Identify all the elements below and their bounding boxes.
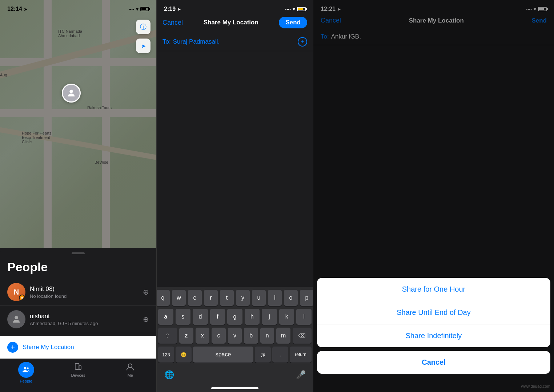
send-label-2: Send bbox=[285, 19, 301, 26]
svg-point-0 bbox=[69, 90, 73, 93]
share-indefinitely-option[interactable]: Share Indefinitely bbox=[317, 324, 550, 347]
star-icon: ★ bbox=[21, 296, 24, 300]
contact-name-nimit: Nimit 08) bbox=[30, 285, 138, 293]
key-j[interactable]: j bbox=[262, 309, 277, 325]
key-123[interactable]: 123 bbox=[158, 347, 174, 363]
share-end-of-day-option[interactable]: Share Until End of Day bbox=[317, 301, 550, 324]
key-q[interactable]: q bbox=[156, 290, 170, 306]
me-icon bbox=[125, 362, 135, 372]
svg-point-6 bbox=[128, 364, 132, 368]
tab-devices-icon bbox=[73, 362, 83, 372]
key-x[interactable]: x bbox=[196, 328, 210, 344]
key-p[interactable]: p bbox=[300, 290, 313, 306]
bottom-sheet: People N ★ Nimit 08) No location found ⊕ bbox=[0, 248, 156, 359]
status-bar-1: 12:14 ➤ •••• ▾ bbox=[0, 0, 156, 14]
key-period[interactable]: . bbox=[272, 347, 288, 363]
key-t[interactable]: t bbox=[220, 290, 234, 306]
key-r[interactable]: r bbox=[204, 290, 218, 306]
time-2: 2:19 bbox=[164, 6, 176, 12]
key-shift[interactable]: ⇧ bbox=[158, 328, 177, 344]
key-g[interactable]: g bbox=[227, 309, 242, 325]
avatar-nimit: N ★ bbox=[7, 283, 25, 301]
key-n[interactable]: n bbox=[260, 328, 274, 344]
key-l[interactable]: l bbox=[296, 309, 312, 325]
key-d[interactable]: d bbox=[193, 309, 208, 325]
tab-me-icon bbox=[125, 362, 135, 372]
svg-point-2 bbox=[24, 367, 26, 369]
add-recipient-button[interactable]: + bbox=[298, 37, 307, 47]
key-k[interactable]: k bbox=[279, 309, 294, 325]
panel-1: ITC NarmadaAhmedabad Rakesh Tours Hope F… bbox=[0, 0, 156, 392]
contact-status-nimit: No location found bbox=[30, 293, 138, 299]
signal-2: •••• bbox=[285, 7, 291, 11]
battery-1 bbox=[140, 7, 149, 11]
to-label-2: To: bbox=[162, 38, 171, 45]
wifi-1: ▾ bbox=[136, 6, 138, 12]
location-button[interactable]: ➤ bbox=[136, 39, 150, 53]
share-one-hour-option[interactable]: Share for One Hour bbox=[317, 278, 550, 301]
tab-people[interactable]: People bbox=[0, 362, 52, 383]
tab-devices[interactable]: Devices bbox=[52, 362, 104, 383]
contact-item-nishant[interactable]: nishant Ahmedabad, GJ • 5 minutes ago ⊕ bbox=[0, 306, 156, 333]
action-sheet-backdrop: Share for One Hour Share Until End of Da… bbox=[313, 0, 554, 392]
key-i[interactable]: i bbox=[268, 290, 282, 306]
key-c[interactable]: c bbox=[212, 328, 226, 344]
key-e[interactable]: e bbox=[188, 290, 202, 306]
key-f[interactable]: f bbox=[210, 309, 225, 325]
key-at[interactable]: @ bbox=[255, 347, 271, 363]
key-a[interactable]: a bbox=[158, 309, 173, 325]
svg-rect-5 bbox=[79, 366, 81, 370]
map-area: ITC NarmadaAhmedabad Rakesh Tours Hope F… bbox=[0, 0, 156, 248]
globe-button[interactable]: 🌐 bbox=[161, 367, 177, 383]
cancel-button-2[interactable]: Cancel bbox=[162, 19, 183, 27]
kb-row-4: 123 😊 space @ . return bbox=[158, 347, 312, 363]
to-value-2[interactable]: Suraj Padmasali, bbox=[173, 38, 296, 45]
key-emoji[interactable]: 😊 bbox=[176, 347, 192, 363]
contact-status-nishant: Ahmedabad, GJ • 5 minutes ago bbox=[30, 321, 138, 326]
avatar-nimit-letter: N bbox=[14, 288, 19, 296]
contact-action-nishant[interactable]: ⊕ bbox=[143, 315, 149, 324]
signal-1: •••• bbox=[129, 7, 134, 11]
action-sheet-cancel-button[interactable]: Cancel bbox=[317, 351, 550, 374]
key-y[interactable]: y bbox=[236, 290, 250, 306]
location-icon: ➤ bbox=[141, 43, 146, 49]
key-v[interactable]: v bbox=[228, 328, 242, 344]
share-my-location-button[interactable]: + Share My Location bbox=[0, 336, 156, 359]
panel-2: 2:19 ➤ •••• ▾ Cancel Share My Location S… bbox=[156, 0, 313, 392]
message-area[interactable] bbox=[157, 51, 313, 287]
key-m[interactable]: m bbox=[276, 328, 290, 344]
tab-me[interactable]: Me bbox=[104, 362, 156, 383]
kb-row-3: ⇧ z x c v b n m ⌫ bbox=[158, 328, 312, 344]
key-s[interactable]: s bbox=[176, 309, 191, 325]
key-delete[interactable]: ⌫ bbox=[293, 328, 312, 344]
key-b[interactable]: b bbox=[244, 328, 258, 344]
person-icon-nishant bbox=[11, 314, 21, 324]
share-plus-icon: + bbox=[7, 342, 18, 353]
contact-info-nimit: Nimit 08) No location found bbox=[30, 285, 138, 299]
status-icons-2: •••• ▾ bbox=[285, 6, 306, 12]
contact-item-nimit[interactable]: N ★ Nimit 08) No location found ⊕ bbox=[0, 279, 156, 306]
send-button-2[interactable]: Send bbox=[279, 17, 307, 28]
mic-button[interactable]: 🎤 bbox=[293, 367, 309, 383]
contact-action-nimit[interactable]: ⊕ bbox=[143, 288, 149, 296]
battery-fill-2 bbox=[298, 8, 303, 10]
key-space[interactable]: space bbox=[193, 347, 253, 363]
key-w[interactable]: w bbox=[172, 290, 186, 306]
info-button[interactable]: ⓘ bbox=[136, 20, 150, 34]
watermark: www.deuag.com bbox=[521, 384, 550, 388]
kb-accessory-row: 🌐 🎤 bbox=[158, 365, 312, 384]
key-o[interactable]: o bbox=[284, 290, 298, 306]
key-h[interactable]: h bbox=[245, 309, 260, 325]
key-return[interactable]: return bbox=[290, 347, 312, 363]
map-user-avatar bbox=[62, 84, 81, 103]
wifi-2: ▾ bbox=[293, 6, 295, 12]
key-z[interactable]: z bbox=[179, 328, 193, 344]
tab-bar: People Devices Me bbox=[0, 359, 156, 392]
svg-point-1 bbox=[15, 316, 18, 319]
status-icons-1: •••• ▾ bbox=[129, 6, 149, 12]
battery-fill-1 bbox=[141, 8, 146, 10]
nav-title-2: Share My Location bbox=[204, 19, 258, 26]
key-u[interactable]: u bbox=[252, 290, 266, 306]
nav-bar-2: Cancel Share My Location Send bbox=[157, 14, 313, 33]
time-1: 12:14 bbox=[7, 6, 22, 12]
